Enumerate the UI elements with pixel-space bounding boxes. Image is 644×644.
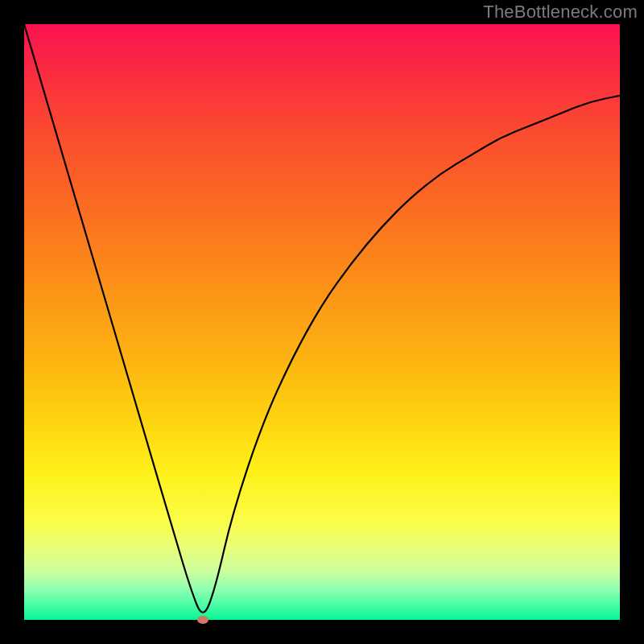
minimum-marker-icon <box>197 616 208 624</box>
chart-frame: TheBottleneck.com <box>0 0 644 644</box>
watermark-text: TheBottleneck.com <box>483 2 638 23</box>
bottleneck-curve <box>24 24 620 620</box>
